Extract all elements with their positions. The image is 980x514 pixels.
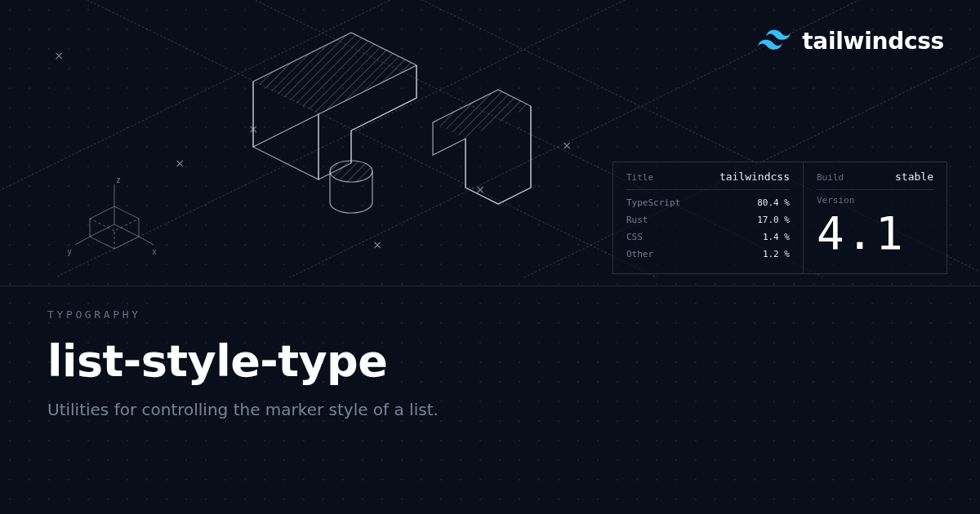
meta-version-value: 4.1 — [817, 206, 933, 256]
lang-row: TypeScript 80.4 % — [626, 195, 790, 212]
doc-eyebrow: TYPOGRAPHY — [47, 308, 933, 321]
svg-text:x: x — [152, 247, 157, 256]
lang-row: Other 1.2 % — [626, 246, 790, 264]
meta-title-value: tailwindcss — [719, 171, 790, 183]
lang-row: Rust 17.0 % — [626, 212, 790, 229]
hero-block-art — [188, 8, 612, 269]
page-title: list-style-type — [47, 335, 933, 387]
section-divider — [0, 286, 980, 286]
meta-version-label: Version — [817, 195, 933, 206]
brand-name: tailwindcss — [802, 28, 944, 55]
tailwind-icon — [758, 29, 791, 54]
meta-title-label: Title — [626, 172, 653, 183]
doc-heading: TYPOGRAPHY list-style-type Utilities for… — [47, 308, 933, 419]
meta-title-col: Title tailwindcss TypeScript 80.4 % Rust… — [613, 162, 803, 273]
meta-build-col: Build stable Version 4.1 — [803, 162, 947, 273]
meta-panel: Title tailwindcss TypeScript 80.4 % Rust… — [612, 162, 947, 274]
svg-text:z: z — [116, 175, 121, 184]
svg-line-2 — [75, 237, 90, 245]
svg-line-1 — [139, 237, 154, 245]
axis-gizmo: z x y — [57, 179, 155, 277]
brand-logo: tailwindcss — [758, 28, 944, 55]
page-subtitle: Utilities for controlling the marker sty… — [47, 400, 933, 419]
svg-marker-12 — [433, 90, 531, 139]
svg-point-10 — [330, 161, 372, 182]
meta-build-value: stable — [895, 171, 933, 183]
meta-build-label: Build — [817, 172, 844, 183]
lang-row: CSS 1.4 % — [626, 229, 790, 246]
svg-marker-8 — [253, 33, 416, 114]
svg-text:y: y — [67, 247, 72, 256]
